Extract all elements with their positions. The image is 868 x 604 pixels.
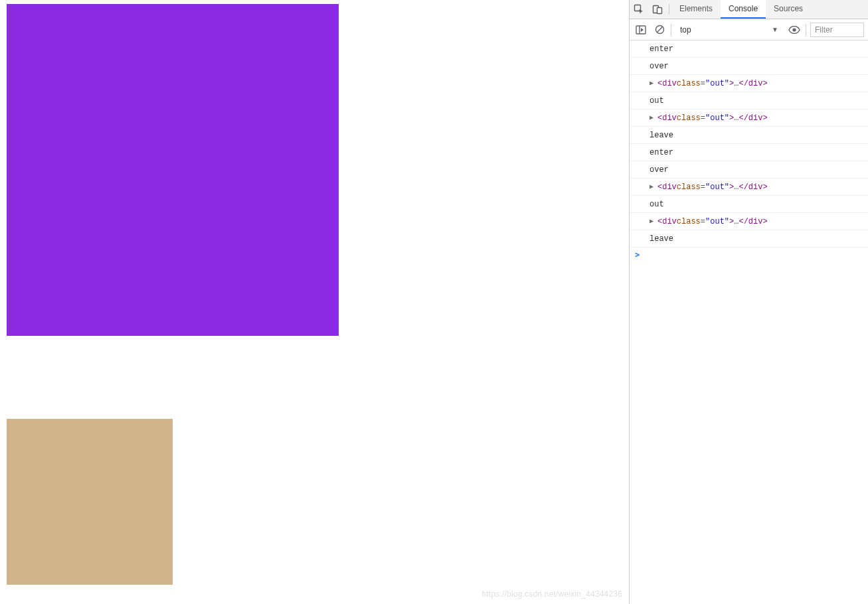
devtools-tabstrip: Elements Console Sources xyxy=(630,0,868,19)
page-viewport: https://blog.csdn.net/weixin_44344236 xyxy=(0,0,629,604)
log-text-row[interactable]: over xyxy=(630,161,868,179)
svg-line-7 xyxy=(657,27,662,32)
inspect-element-icon[interactable] xyxy=(630,0,648,19)
log-element-row[interactable]: ▶<div class="out">…</div> xyxy=(630,110,868,127)
live-expression-icon[interactable] xyxy=(787,23,802,37)
console-sidebar-toggle-icon[interactable] xyxy=(634,23,648,37)
tab-elements-label: Elements xyxy=(679,4,713,13)
log-list: enterover▶<div class="out">…</div>out▶<d… xyxy=(630,40,868,248)
watermark-text: https://blog.csdn.net/weixin_44344236 xyxy=(481,589,622,599)
expand-triangle-icon[interactable]: ▶ xyxy=(650,183,656,190)
outer-box[interactable] xyxy=(7,4,339,336)
context-selector[interactable]: top ▼ xyxy=(675,23,783,37)
tab-console[interactable]: Console xyxy=(721,0,766,19)
log-text-row[interactable]: leave xyxy=(630,230,868,248)
filter-input[interactable] xyxy=(810,23,864,37)
device-toolbar-icon[interactable] xyxy=(648,0,667,19)
log-text-row[interactable]: over xyxy=(630,58,868,75)
toolbar-divider-2 xyxy=(806,24,806,36)
expand-triangle-icon[interactable]: ▶ xyxy=(650,113,656,121)
tab-sources[interactable]: Sources xyxy=(766,0,811,19)
svg-point-8 xyxy=(792,28,796,31)
inner-box[interactable] xyxy=(7,419,173,585)
svg-rect-2 xyxy=(657,8,662,14)
tab-elements[interactable]: Elements xyxy=(671,0,721,19)
tab-sources-label: Sources xyxy=(774,4,803,13)
log-text-row[interactable]: enter xyxy=(630,144,868,161)
devtools-panel: Elements Console Sources top ▼ xyxy=(629,0,868,604)
chevron-down-icon: ▼ xyxy=(772,26,778,33)
console-toolbar: top ▼ xyxy=(630,19,868,40)
log-element-row[interactable]: ▶<div class="out">…</div> xyxy=(630,179,868,196)
expand-triangle-icon[interactable]: ▶ xyxy=(650,79,656,87)
svg-marker-5 xyxy=(641,28,644,32)
expand-triangle-icon[interactable]: ▶ xyxy=(650,217,656,225)
log-text-row[interactable]: leave xyxy=(630,127,868,144)
prompt-chevron-icon: > xyxy=(635,250,640,260)
console-prompt[interactable]: > xyxy=(630,248,868,262)
console-body[interactable]: enterover▶<div class="out">…</div>out▶<d… xyxy=(630,40,868,604)
context-selector-label: top xyxy=(680,25,691,35)
log-text-row[interactable]: out xyxy=(630,92,868,110)
tab-console-label: Console xyxy=(729,4,758,13)
log-element-row[interactable]: ▶<div class="out">…</div> xyxy=(630,75,868,92)
toolbar-divider xyxy=(671,24,671,36)
log-text-row[interactable]: out xyxy=(630,196,868,213)
tabstrip-divider xyxy=(669,4,669,15)
log-text-row[interactable]: enter xyxy=(630,40,868,58)
clear-console-icon[interactable] xyxy=(652,23,667,37)
log-element-row[interactable]: ▶<div class="out">…</div> xyxy=(630,213,868,230)
